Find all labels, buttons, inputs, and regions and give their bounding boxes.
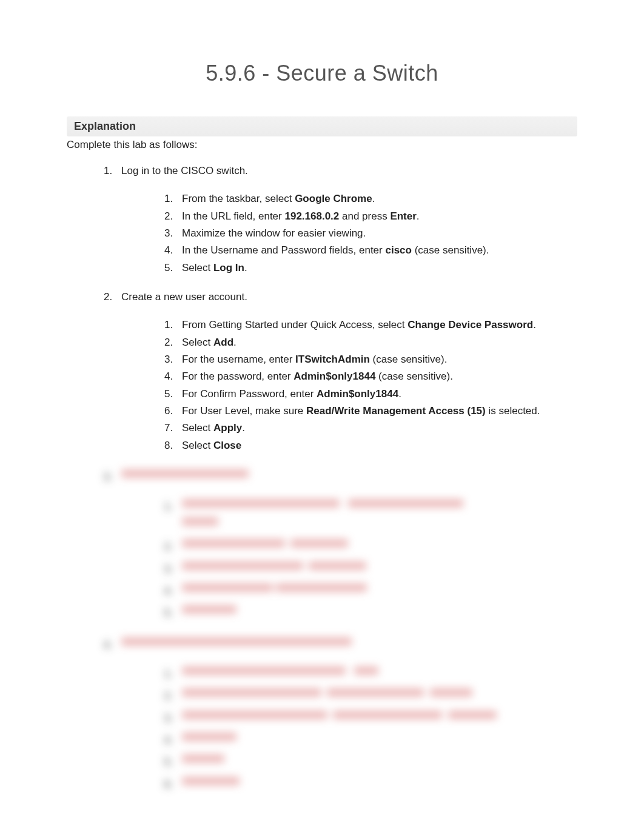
step-1-substeps: From the taskbar, select Google Chrome. … <box>121 191 577 276</box>
list-item: For User Level, make sure Read/Write Man… <box>176 403 577 419</box>
list-item: From Getting Started under Quick Access,… <box>176 317 577 333</box>
text: . <box>372 193 375 204</box>
text: Select <box>182 337 213 348</box>
text: . <box>398 388 401 400</box>
text: Select <box>182 422 213 434</box>
step-2-label: Create a new user account. <box>121 291 247 303</box>
text: From the taskbar, select <box>182 193 295 204</box>
step-2-substeps: From Getting Started under Quick Access,… <box>121 317 577 454</box>
list-item: For Confirm Password, enter Admin$only18… <box>176 386 577 402</box>
obscured-content <box>67 467 577 793</box>
page-title: 5.9.6 - Secure a Switch <box>67 61 577 86</box>
text: and press <box>339 210 390 222</box>
intro-text: Complete this lab as follows: <box>67 139 577 151</box>
bold-text: Admin$only1844 <box>293 371 375 382</box>
text: Select <box>182 440 213 451</box>
text: (case sensitive). <box>412 244 489 256</box>
text: . <box>417 210 420 222</box>
list-item: Maximize the window for easier viewing. <box>176 226 577 241</box>
text: . <box>242 422 245 434</box>
list-item: Select Add. <box>176 335 577 350</box>
bold-text: Log In <box>213 262 244 273</box>
list-item: For the username, enter ITSwitchAdmin (c… <box>176 352 577 367</box>
text: Maximize the window for easier viewing. <box>182 227 366 239</box>
text: In the URL field, enter <box>182 210 284 222</box>
text: (case sensitive). <box>370 354 448 365</box>
list-item: Select Log In. <box>176 260 577 276</box>
step-2: Create a new user account. From Getting … <box>115 289 577 454</box>
text: . <box>233 337 236 348</box>
step-1-label: Log in to the CISCO switch. <box>121 165 248 176</box>
step-1: Log in to the CISCO switch. From the tas… <box>115 163 577 276</box>
text: . <box>244 262 247 273</box>
text: For the username, enter <box>182 354 295 365</box>
list-item: In the Username and Password fields, ent… <box>176 243 577 258</box>
list-item: For the password, enter Admin$only1844 (… <box>176 369 577 384</box>
explanation-header: Explanation <box>67 116 577 136</box>
text: Select <box>182 262 213 273</box>
text: In the Username and Password fields, ent… <box>182 244 385 256</box>
list-item: From the taskbar, select Google Chrome. <box>176 191 577 207</box>
main-steps-list: Log in to the CISCO switch. From the tas… <box>67 163 577 454</box>
bold-text: ITSwitchAdmin <box>295 354 370 365</box>
bold-text: Google Chrome <box>295 193 372 204</box>
bold-text: Read/Write Management Access (15) <box>306 405 486 417</box>
bold-text: Change Device Password <box>408 319 533 330</box>
bold-text: Close <box>213 440 241 451</box>
list-item: Select Apply. <box>176 420 577 436</box>
text: . <box>533 319 536 330</box>
text: For User Level, make sure <box>182 405 306 417</box>
bold-text: Apply <box>213 422 242 434</box>
bold-text: Admin$only1844 <box>317 388 398 400</box>
text: is selected. <box>486 405 540 417</box>
bold-text: 192.168.0.2 <box>284 210 339 222</box>
list-item: Select Close <box>176 438 577 454</box>
text: For Confirm Password, enter <box>182 388 317 400</box>
list-item: In the URL field, enter 192.168.0.2 and … <box>176 209 577 224</box>
text: For the password, enter <box>182 371 293 382</box>
text: From Getting Started under Quick Access,… <box>182 319 408 330</box>
bold-text: cisco <box>385 244 411 256</box>
bold-text: Add <box>213 337 233 348</box>
bold-text: Enter <box>390 210 416 222</box>
text: (case sensitive). <box>375 371 453 382</box>
